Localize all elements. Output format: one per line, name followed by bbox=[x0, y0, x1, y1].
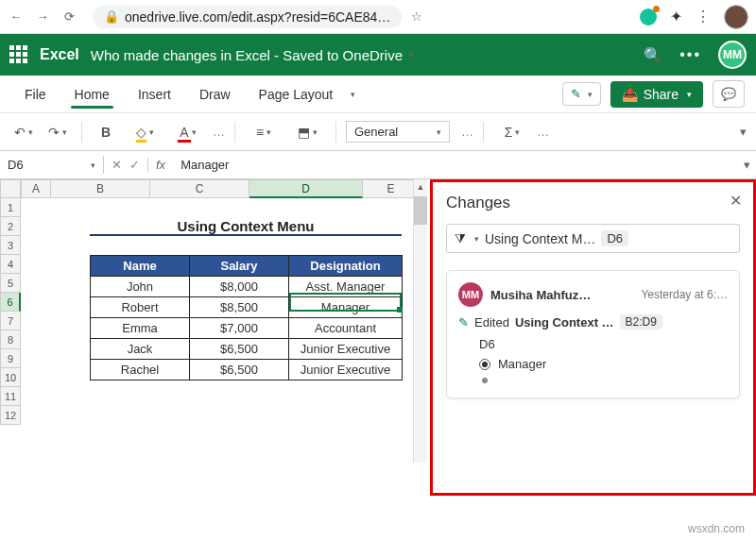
table-header[interactable]: Salary bbox=[190, 256, 289, 277]
vertical-scrollbar[interactable]: ▲ bbox=[413, 179, 427, 463]
table-cell[interactable]: $8,000 bbox=[190, 277, 289, 297]
table-cell[interactable]: John bbox=[91, 277, 190, 297]
column-header[interactable]: B bbox=[51, 179, 150, 198]
merge-button[interactable]: ⬒▾ bbox=[288, 120, 326, 144]
row-header[interactable]: 5 bbox=[0, 274, 21, 293]
undo-button[interactable]: ↶▾ bbox=[9, 120, 38, 144]
autosum-button[interactable]: Σ▾ bbox=[493, 120, 531, 144]
row-header[interactable]: 4 bbox=[0, 255, 21, 274]
search-icon[interactable]: 🔍 bbox=[644, 46, 662, 64]
chevron-down-icon: ▾ bbox=[687, 90, 692, 99]
nav-reload-icon[interactable]: ⟳ bbox=[60, 8, 77, 25]
nav-back-icon[interactable]: ← bbox=[8, 8, 25, 25]
changes-pane-highlight: Changes ✕ ⧩ ▾ Using Context M… D6 MM Mus… bbox=[430, 179, 756, 496]
scroll-up-icon[interactable]: ▲ bbox=[414, 179, 427, 194]
row-header[interactable]: 8 bbox=[0, 330, 21, 349]
changes-filter[interactable]: ⧩ ▾ Using Context M… D6 bbox=[446, 224, 740, 253]
row-header[interactable]: 2 bbox=[0, 217, 21, 236]
table-row: Rachel$6,500Junior Executive bbox=[91, 360, 403, 380]
document-title[interactable]: Who made changes in Excel - Saved to One… bbox=[91, 47, 414, 63]
table-cell[interactable]: Manager bbox=[289, 297, 403, 318]
column-header[interactable]: A bbox=[21, 179, 51, 198]
table-cell[interactable]: Accountant bbox=[289, 318, 403, 339]
table-cell[interactable]: Asst. Manager bbox=[289, 277, 403, 297]
pane-title: Changes bbox=[446, 194, 740, 212]
tab-page-layout[interactable]: Page Layout bbox=[246, 81, 347, 108]
table-cell[interactable]: Jack bbox=[91, 339, 190, 360]
tabs-overflow-icon[interactable]: ▾ bbox=[351, 90, 355, 99]
row-header[interactable]: 10 bbox=[0, 368, 21, 387]
comments-button[interactable]: 💬 bbox=[713, 80, 745, 108]
table-cell[interactable]: Rachel bbox=[91, 360, 190, 380]
browser-toolbar: ← → ⟳ 🔒 onedrive.live.com/edit.aspx?resi… bbox=[0, 0, 756, 34]
row-header[interactable]: 9 bbox=[0, 349, 21, 368]
table-cell[interactable]: Emma bbox=[91, 318, 190, 339]
row-header[interactable]: 1 bbox=[0, 198, 21, 217]
radio-selected-icon[interactable] bbox=[479, 359, 490, 370]
chevron-down-icon: ▾ bbox=[588, 90, 593, 99]
chevron-down-icon: ▾ bbox=[409, 50, 414, 59]
divider bbox=[335, 122, 336, 143]
user-avatar[interactable]: MM bbox=[718, 41, 747, 69]
name-box[interactable]: D6 ▾ bbox=[0, 156, 104, 174]
fill-color-button[interactable]: ◇▾ bbox=[126, 120, 163, 144]
column-header[interactable]: C bbox=[150, 179, 249, 198]
row-header[interactable]: 3 bbox=[0, 236, 21, 255]
ribbon-collapse-icon[interactable]: ▾ bbox=[740, 125, 747, 139]
share-icon: 📤 bbox=[622, 87, 638, 102]
share-button[interactable]: 📤 Share ▾ bbox=[610, 81, 703, 108]
app-launcher-icon[interactable] bbox=[9, 45, 28, 64]
select-all-corner[interactable] bbox=[0, 179, 21, 198]
formula-expand-icon[interactable]: ▾ bbox=[738, 158, 756, 172]
close-icon[interactable]: ✕ bbox=[730, 192, 742, 210]
table-cell[interactable]: Robert bbox=[91, 297, 190, 318]
tab-home[interactable]: Home bbox=[61, 81, 123, 108]
row-header[interactable]: 6 bbox=[0, 293, 21, 312]
editing-mode-button[interactable]: ✎ ▾ bbox=[562, 82, 601, 106]
formula-input[interactable]: Manager bbox=[173, 156, 738, 174]
address-bar[interactable]: 🔒 onedrive.live.com/edit.aspx?resid=6CAE… bbox=[93, 6, 402, 28]
table-cell[interactable]: Junior Executive bbox=[289, 339, 403, 360]
table-cell[interactable]: Junior Executive bbox=[289, 360, 403, 380]
bookmark-star-icon[interactable]: ☆ bbox=[411, 9, 422, 24]
number-format-select[interactable]: General ▾ bbox=[346, 121, 450, 143]
change-new-value: Manager bbox=[498, 357, 546, 371]
row-header[interactable]: 11 bbox=[0, 387, 21, 406]
tab-insert[interactable]: Insert bbox=[125, 81, 184, 108]
editing-overflow-icon[interactable]: … bbox=[537, 125, 549, 139]
title-cell[interactable]: Using Context Menu bbox=[90, 217, 402, 236]
align-button[interactable]: ≡▾ bbox=[245, 120, 283, 144]
browser-menu-icon[interactable]: ⋮ bbox=[696, 8, 711, 25]
table-row: Jack$6,500Junior Executive bbox=[91, 339, 403, 360]
column-header[interactable]: D bbox=[249, 179, 363, 198]
table-header[interactable]: Name bbox=[91, 256, 190, 277]
tab-file[interactable]: File bbox=[11, 81, 60, 108]
table-header[interactable]: Designation bbox=[289, 256, 403, 277]
enter-icon[interactable]: ✓ bbox=[129, 158, 140, 172]
number-overflow-icon[interactable]: … bbox=[461, 125, 473, 139]
row-header[interactable]: 12 bbox=[0, 406, 21, 425]
font-color-button[interactable]: A▾ bbox=[169, 120, 207, 144]
table-cell[interactable]: $8,500 bbox=[190, 297, 289, 318]
font-overflow-icon[interactable]: … bbox=[213, 125, 225, 139]
column-header[interactable]: E bbox=[363, 179, 420, 198]
extensions-icon[interactable]: ✦ bbox=[670, 8, 682, 25]
nav-forward-icon[interactable]: → bbox=[34, 8, 51, 25]
bold-button[interactable]: B bbox=[92, 120, 120, 144]
scrollbar-thumb[interactable] bbox=[414, 196, 427, 225]
table-cell[interactable]: $6,500 bbox=[190, 360, 289, 380]
profile-avatar[interactable] bbox=[724, 5, 748, 29]
redo-button[interactable]: ↷▾ bbox=[43, 120, 72, 144]
chevron-down-icon: ▾ bbox=[437, 127, 441, 137]
more-options-icon[interactable]: ••• bbox=[679, 46, 701, 63]
tab-draw[interactable]: Draw bbox=[186, 81, 244, 108]
table-cell[interactable]: $7,000 bbox=[190, 318, 289, 339]
radio-unselected-icon[interactable] bbox=[479, 375, 490, 386]
change-card[interactable]: MM Musiha Mahfuz… Yesterday at 6:… ✎ Edi… bbox=[446, 270, 740, 398]
row-header[interactable]: 7 bbox=[0, 312, 21, 330]
extension-grammarly-icon[interactable] bbox=[640, 8, 657, 25]
cancel-icon[interactable]: ✕ bbox=[112, 158, 122, 172]
fx-icon[interactable]: fx bbox=[148, 158, 173, 172]
table-cell[interactable]: $6,500 bbox=[190, 339, 289, 360]
comment-icon: 💬 bbox=[721, 87, 736, 101]
